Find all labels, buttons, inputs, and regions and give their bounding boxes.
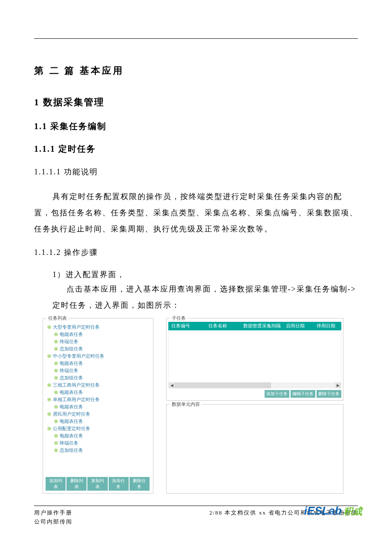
tree-item[interactable]: 中小型专变用户定时任务 <box>45 353 150 360</box>
tree-item-label: 电能表任务 <box>60 433 83 439</box>
tree-item[interactable]: 终端任务 <box>45 439 150 447</box>
tree-item-label: 大型专变用户定时任务 <box>53 324 100 330</box>
col-task-name: 任务名称 <box>193 323 242 329</box>
data-unit-panel: 数据单元内容 <box>166 404 343 494</box>
tree-item[interactable]: 电能表任务 <box>45 403 150 410</box>
svg-point-5 <box>55 341 57 342</box>
tree-item[interactable]: 大型专变用户定时任务 <box>45 324 150 331</box>
tree-item[interactable]: 终端任务 <box>45 367 150 374</box>
tree-item-label: 终端任务 <box>60 338 78 345</box>
top-rule <box>34 38 358 39</box>
svg-point-7 <box>55 348 57 350</box>
bullet-icon <box>54 405 58 409</box>
subtask-button[interactable]: 编辑子任务 <box>291 390 315 398</box>
subtask-button[interactable]: 删除子任务 <box>317 390 341 398</box>
bullet-icon <box>47 412 51 416</box>
scroll-right-icon[interactable]: ▶ <box>335 382 341 388</box>
bullet-icon <box>47 427 51 431</box>
tree-item[interactable]: 三相工商用户定时任务 <box>45 382 150 389</box>
tree-item[interactable]: 电能表任务 <box>45 331 150 338</box>
tree-item-label: 总加组任务 <box>60 375 83 381</box>
document-page: 第 二 篇 基本应用 1 数据采集管理 1.1 采集任务编制 1.1.1 定时任… <box>0 0 392 555</box>
task-list-button[interactable]: 添加列表 <box>46 477 66 491</box>
task-list-button[interactable]: 删除任务 <box>130 477 150 491</box>
footer-left: 用户操作手册 公司内部传阅 <box>34 509 72 526</box>
data-unit-title: 数据单元内容 <box>170 401 202 408</box>
bullet-icon <box>54 376 58 380</box>
tree-item[interactable]: 电能表任务 <box>45 418 150 425</box>
svg-point-21 <box>49 399 50 400</box>
scroll-thumb[interactable] <box>175 382 271 388</box>
embedded-app-screenshot: 任务列表 大型专变用户定时任务电能表任务终端任务总加组任务中小型专变用户定时任务… <box>43 318 358 494</box>
svg-point-11 <box>55 363 57 364</box>
svg-point-3 <box>55 334 57 335</box>
function-description-paragraph: 具有定时任务配置权限的操作员，按终端类型进行定时采集任务采集内容的配置，包括任务… <box>34 189 358 237</box>
tree-item-label: 中小型专变用户定时任务 <box>53 353 104 359</box>
footer-row: 用户操作手册 公司内部传阅 2/88 本文档仅供 xx 省电力公司和积成电子股份… <box>34 509 358 526</box>
bullet-icon <box>54 419 58 423</box>
svg-point-35 <box>55 450 57 451</box>
bullet-icon <box>54 332 58 336</box>
svg-point-25 <box>49 413 50 415</box>
svg-point-19 <box>55 392 57 393</box>
task-list-title: 任务列表 <box>46 315 69 321</box>
section-1-1-1-2-heading: 1.1.1.2 操作步骤 <box>34 247 358 257</box>
tree-item-label: 总加组任务 <box>60 447 83 454</box>
section-1-heading: 1 数据采集管理 <box>34 96 358 109</box>
col-disable-date: 停用日期 <box>311 323 341 329</box>
svg-point-17 <box>49 384 50 386</box>
tree-item[interactable]: 总加组任务 <box>45 345 150 353</box>
bullet-icon <box>54 347 58 351</box>
section-1-1-1-heading: 1.1.1 定时任务 <box>34 143 358 155</box>
svg-point-23 <box>55 406 57 408</box>
step-1-title: 1）进入配置界面， <box>34 269 358 280</box>
tree-item-label: 单相工商用户定时任务 <box>53 396 100 403</box>
svg-point-33 <box>55 442 57 444</box>
footer-doc-title: 用户操作手册 <box>34 509 72 517</box>
subtask-button-row: 添加子任务编辑子任务删除子任务 <box>168 388 341 398</box>
step-1-body: 点击基本应用，进入基本应用查询界面，选择数据采集管理->采集任务编制->定时任务… <box>34 281 358 314</box>
section-1-1-1-1-heading: 1.1.1.1 功能说明 <box>34 167 358 177</box>
tree-item[interactable]: 电能表任务 <box>45 389 150 396</box>
col-interval: 采集间隔 <box>261 323 280 329</box>
task-list-panel: 任务列表 大型专变用户定时任务电能表任务终端任务总加组任务中小型专变用户定时任务… <box>43 318 153 494</box>
tree-item[interactable]: 总加组任务 <box>45 447 150 454</box>
task-list-button[interactable]: 删除列表 <box>66 477 86 491</box>
task-list-button[interactable]: 复制列表 <box>87 477 107 491</box>
tree-item[interactable]: 总加组任务 <box>45 374 150 382</box>
bullet-icon <box>54 340 58 344</box>
svg-point-15 <box>55 377 57 379</box>
subtask-title: 子任务 <box>170 315 187 321</box>
company-logo: iESLab积成 <box>304 502 362 520</box>
tree-item[interactable]: 电能表任务 <box>45 360 150 367</box>
tree-item[interactable]: 终端任务 <box>45 338 150 345</box>
subtask-table-body[interactable] <box>169 330 341 382</box>
subtask-panel: 子任务 任务编号 任务名称 数据密度 采集间隔 启用日期 停用日期 ◀ ▶ <box>166 318 343 401</box>
horizontal-scrollbar[interactable]: ◀ ▶ <box>169 382 341 388</box>
scroll-left-icon[interactable]: ◀ <box>169 382 175 388</box>
tree-item-label: 终端任务 <box>60 367 78 374</box>
bullet-icon <box>47 325 51 329</box>
task-tree[interactable]: 大型专变用户定时任务电能表任务终端任务总加组任务中小型专变用户定时任务电能表任务… <box>45 322 150 475</box>
right-column: 子任务 任务编号 任务名称 数据密度 采集间隔 启用日期 停用日期 ◀ ▶ <box>166 318 343 494</box>
tree-item-label: 电能表任务 <box>60 360 83 367</box>
subtask-table-body-wrap: ◀ ▶ <box>168 330 341 388</box>
col-density: 数据密度 <box>242 323 261 329</box>
svg-point-29 <box>49 428 50 429</box>
part-heading: 第 二 篇 基本应用 <box>34 64 358 77</box>
tree-item[interactable]: 公用配变定时任务 <box>45 425 150 432</box>
section-1-1-heading: 1.1 采集任务编制 <box>34 121 358 132</box>
tree-item-label: 总加组任务 <box>60 346 83 352</box>
tree-item[interactable]: 电能表任务 <box>45 432 150 439</box>
svg-point-31 <box>55 435 57 436</box>
subtask-button[interactable]: 添加子任务 <box>265 390 289 398</box>
page-footer: 用户操作手册 公司内部传阅 2/88 本文档仅供 xx 省电力公司和积成电子股份… <box>34 506 358 526</box>
svg-point-1 <box>49 327 50 328</box>
bullet-icon <box>47 354 51 358</box>
logo-english: iESLab <box>304 504 342 517</box>
tree-item[interactable]: 居民用户定时任务 <box>45 410 150 418</box>
tree-item[interactable]: 单相工商用户定时任务 <box>45 396 150 403</box>
scroll-track[interactable] <box>175 382 335 388</box>
bullet-icon <box>47 383 51 387</box>
task-list-button[interactable]: 添加任务 <box>109 477 129 491</box>
